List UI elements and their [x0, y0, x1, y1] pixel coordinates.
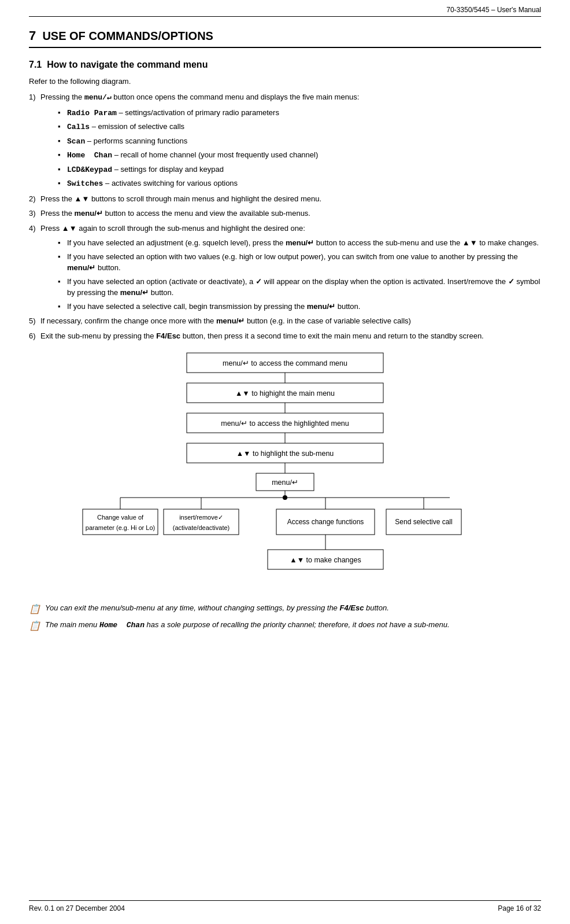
step-6: 6) Exit the sub-menu by pressing the F4/… [29, 330, 541, 342]
step3-num: 3) [29, 208, 36, 219]
step4-num: 4) [29, 223, 36, 234]
switches-label: Switches [67, 179, 103, 188]
step1-bullets: Radio Param – settings/activation of pri… [58, 107, 541, 190]
bullet-switches: Switches – activates switching for vario… [58, 178, 541, 190]
svg-text:(activate/deactivate): (activate/deactivate) [173, 524, 230, 531]
svg-text:▲▼ to highight the main menu: ▲▼ to highight the main menu [235, 389, 335, 397]
svg-text:Send selective call: Send selective call [395, 518, 452, 526]
radio-param-label: Radio Param [67, 109, 117, 117]
bullet-lcd: LCD&Keypad – settings for display and ke… [58, 164, 541, 176]
svg-text:menu/↵: menu/↵ [272, 478, 298, 487]
section7-number: 7 [29, 28, 36, 43]
lcd-label: LCD&Keypad [67, 165, 112, 174]
svg-text:▲▼ to make changes: ▲▼ to make changes [290, 556, 361, 564]
svg-text:insert/remove✓: insert/remove✓ [179, 514, 223, 521]
step4-bullets: If you have selected an adjustment (e.g.… [58, 237, 541, 312]
note1-text: You can exit the menu/sub-menu at any ti… [45, 603, 389, 612]
step3-menu: menu/↵ [75, 209, 103, 218]
footer-left: Rev. 0.1 on 27 December 2004 [29, 904, 125, 912]
section7-title: 7 USE OF COMMANDS/OPTIONS [29, 28, 541, 48]
section71-label: How to navigate the command menu [47, 60, 208, 69]
page: 70-3350/5445 – User's Manual 7 USE OF CO… [0, 0, 570, 924]
step6-num: 6) [29, 330, 36, 342]
section71-number: 7.1 [29, 60, 42, 69]
calls-label: Calls [67, 123, 90, 131]
svg-text:menu/↵ to access the highlight: menu/↵ to access the highlighted menu [221, 419, 349, 428]
note2-text: The main menu Home Chan has a sole purpo… [45, 620, 450, 630]
note1-icon: 📋 [29, 603, 40, 614]
step-4: 4) Press ▲▼ again to scroll through the … [29, 223, 541, 312]
svg-text:parameter (e.g. Hi or Lo): parameter (e.g. Hi or Lo) [86, 524, 155, 531]
section71-title: 7.1 How to navigate the command menu [29, 60, 541, 70]
steps-list: 1) Pressing the menu/↵ button once opens… [29, 91, 541, 341]
svg-text:Access change functions: Access change functions [287, 518, 364, 526]
bullet-activate: If you have selected an option (activate… [58, 276, 541, 299]
scan-label: Scan [67, 137, 85, 146]
section7-label: USE OF COMMANDS/OPTIONS [42, 30, 213, 42]
step5-num: 5) [29, 315, 36, 327]
bullet-adjustment: If you have selected an adjustment (e.g.… [58, 237, 541, 249]
step-1: 1) Pressing the menu/↵ button once opens… [29, 91, 541, 190]
step1-menu: menu/↵ [84, 93, 112, 102]
bullet-scan: Scan – performs scanning functions [58, 135, 541, 148]
step2-num: 2) [29, 193, 36, 205]
bullet-radio-param: Radio Param – settings/activation of pri… [58, 107, 541, 119]
navigation-diagram: menu/↵ to access the command menu ▲▼ to … [77, 347, 493, 596]
bullet-two-values: If you have selected an option with two … [58, 251, 541, 274]
footer-right: Page 16 of 32 [498, 904, 541, 912]
note-2: 📋 The main menu Home Chan has a sole pur… [29, 620, 541, 631]
diagram-container: menu/↵ to access the command menu ▲▼ to … [77, 347, 493, 598]
home-chan-label: Home Chan [67, 151, 112, 160]
page-header: 70-3350/5445 – User's Manual [29, 6, 541, 17]
page-footer: Rev. 0.1 on 27 December 2004 Page 16 of … [29, 900, 541, 912]
bullet-home-chan: Home Chan – recall of home channel (your… [58, 149, 541, 161]
note2-icon: 📋 [29, 620, 40, 631]
intro-text: Refer to the following diagram. [29, 77, 541, 86]
bullet-calls: Calls – emission of selective calls [58, 121, 541, 133]
svg-text:Change value of: Change value of [97, 514, 144, 521]
svg-text:menu/↵ to access the command m: menu/↵ to access the command menu [223, 359, 347, 367]
step1-num: 1) [29, 91, 36, 103]
svg-text:▲▼ to highlight the sub-menu: ▲▼ to highlight the sub-menu [236, 450, 334, 458]
step-2: 2) Press the ▲▼ buttons to scroll throug… [29, 193, 541, 205]
note-1: 📋 You can exit the menu/sub-menu at any … [29, 603, 541, 614]
step-3: 3) Press the menu/↵ button to access the… [29, 208, 541, 219]
step-5: 5) If necessary, confirm the change once… [29, 315, 541, 327]
bullet-selective-call: If you have selected a selective call, b… [58, 301, 541, 312]
header-title: 70-3350/5445 – User's Manual [446, 6, 541, 14]
